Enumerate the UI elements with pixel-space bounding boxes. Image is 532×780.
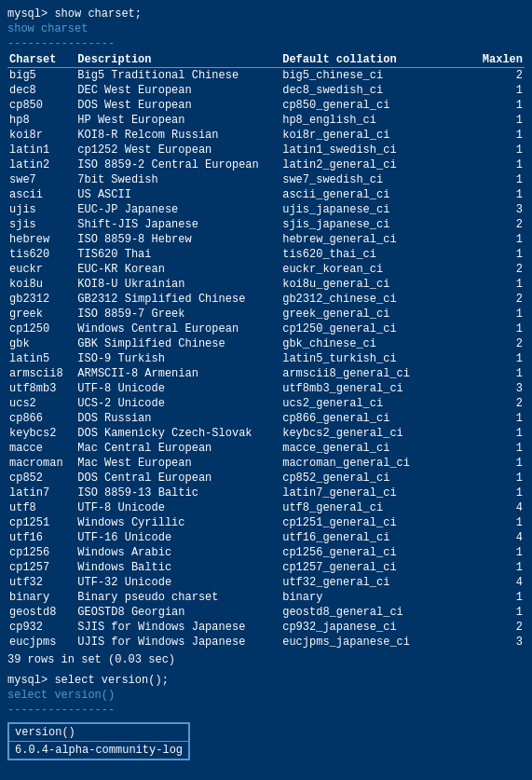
table-cell: Mac West European [75,456,280,471]
table-cell: binary [280,590,475,605]
table-cell: utf32 [7,575,75,590]
table-cell: keybcs2 [7,426,75,441]
table-cell: hebrew_general_ci [280,232,475,247]
table-cell: ISO 8859-13 Baltic [75,486,280,500]
table-cell: 2 [476,396,525,411]
table-row: geostd8GEOSTD8 Georgiangeostd8_general_c… [7,605,525,620]
table-cell: cp850 [7,98,75,113]
table-cell: ucs2_general_ci [280,396,475,411]
table-cell: 3 [476,202,525,217]
divider-line-2: ---------------- [7,704,525,717]
table-cell: swe7_swedish_ci [280,172,475,187]
table-row: cp850DOS West Europeancp850_general_ci1 [7,98,525,113]
table-cell: 1 [476,98,525,113]
show-charset-label: show charset [7,22,525,35]
table-cell: big5 [7,68,75,84]
table-cell: UTF-8 Unicode [75,381,280,396]
table-cell: 1 [476,545,525,560]
table-cell: cp1257 [7,560,75,575]
table-cell: koi8r_general_ci [280,128,475,143]
select-version-section: mysql> select version(); select version(… [7,674,525,764]
table-cell: hp8_english_ci [280,113,475,128]
table-cell: hebrew [7,232,75,247]
table-cell: 1 [476,307,525,322]
table-cell: 2 [476,262,525,277]
table-cell: ISO-9 Turkish [75,351,280,366]
table-row: macromanMac West Europeanmacroman_genera… [7,456,525,471]
table-cell: 1 [476,351,525,366]
table-row: armscii8ARMSCII-8 Armenianarmscii8_gener… [7,366,525,381]
table-cell: eucjpms [7,635,75,650]
table-cell: 3 [476,381,525,396]
table-row: dec8DEC West Europeandec8_swedish_ci1 [7,83,525,98]
table-cell: ascii [7,187,75,202]
table-cell: utf32_general_ci [280,575,475,590]
table-row: utf16UTF-16 Unicodeutf16_general_ci4 [7,530,525,545]
table-cell: tis620 [7,247,75,262]
table-cell: utf16 [7,530,75,545]
table-row: utf32UTF-32 Unicodeutf32_general_ci4 [7,575,525,590]
table-cell: UCS-2 Unicode [75,396,280,411]
show-charset-command: mysql> show charset; [7,7,525,21]
table-row: gbkGBK Simplified Chinesegbk_chinese_ci2 [7,336,525,351]
table-cell: koi8u [7,277,75,292]
table-cell: 1 [476,515,525,530]
table-cell: 1 [476,172,525,187]
table-cell: latin7_general_ci [280,486,475,500]
table-row: latin7ISO 8859-13 Balticlatin7_general_c… [7,486,525,500]
table-cell: cp932 [7,620,75,635]
table-row: euckrEUC-KR Koreaneuckr_korean_ci2 [7,262,525,277]
table-row: keybcs2DOS Kamenicky Czech-Slovakkeybcs2… [7,426,525,441]
table-cell: gb2312_chinese_ci [280,292,475,307]
table-cell: utf8mb3 [7,381,75,396]
table-row: asciiUS ASCIIascii_general_ci1 [7,187,525,202]
table-row: macceMac Central Europeanmacce_general_c… [7,441,525,456]
table-cell: utf16_general_ci [280,530,475,545]
table-cell: US ASCII [75,187,280,202]
table-cell: ISO 8859-7 Greek [75,307,280,322]
table-cell: cp866_general_ci [280,411,475,426]
table-cell: 2 [476,620,525,635]
table-cell: cp852 [7,471,75,486]
header-charset: Charset [7,52,75,68]
version-header: version() [9,724,189,742]
table-row: cp1251Windows Cyrilliccp1251_general_ci1 [7,515,525,530]
result-info: 39 rows in set (0.03 sec) [7,653,525,666]
table-cell: koi8r [7,128,75,143]
table-cell: 4 [476,575,525,590]
table-cell: latin1_swedish_ci [280,143,475,157]
table-cell: greek_general_ci [280,307,475,322]
table-cell: macroman_general_ci [280,456,475,471]
table-cell: Windows Arabic [75,545,280,560]
table-row: latin2ISO 8859-2 Central Europeanlatin2_… [7,157,525,172]
table-cell: 1 [476,560,525,575]
table-cell: gb2312 [7,292,75,307]
table-cell: cp850_general_ci [280,98,475,113]
table-cell: utf8_general_ci [280,500,475,515]
version-value-row: 6.0.4-alpha-community-log [9,742,189,759]
table-cell: SJIS for Windows Japanese [75,620,280,635]
table-cell: Binary pseudo charset [75,590,280,605]
table-cell: macce [7,441,75,456]
table-cell: gbk [7,336,75,351]
table-cell: latin7 [7,486,75,500]
version-value: 6.0.4-alpha-community-log [9,742,189,759]
table-cell: 1 [476,590,525,605]
header-maxlen: Maxlen [476,52,525,68]
table-cell: sjis [7,217,75,232]
table-cell: greek [7,307,75,322]
version-header-row: version() [9,724,189,742]
table-row: cp1257Windows Balticcp1257_general_ci1 [7,560,525,575]
table-cell: latin1 [7,143,75,157]
table-cell: Shift-JIS Japanese [75,217,280,232]
select-version-label: select version() [7,689,525,702]
table-row: hebrewISO 8859-8 Hebrewhebrew_general_ci… [7,232,525,247]
charset-table: Charset Description Default collation Ma… [7,52,525,650]
table-cell: 1 [476,113,525,128]
table-cell: TIS620 Thai [75,247,280,262]
table-cell: 1 [476,128,525,143]
table-row: cp932SJIS for Windows Japanesecp932_japa… [7,620,525,635]
table-cell: dec8_swedish_ci [280,83,475,98]
table-cell: Windows Cyrillic [75,515,280,530]
header-description: Description [75,52,280,68]
